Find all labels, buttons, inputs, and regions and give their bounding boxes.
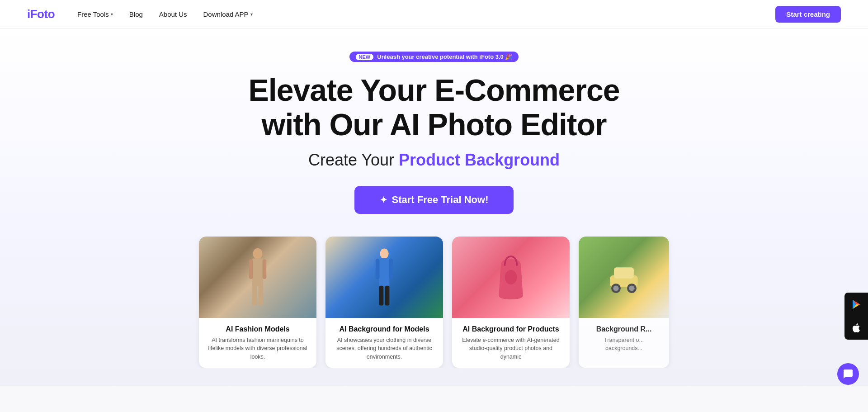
card-image-1 <box>199 237 316 318</box>
nav-item-download-app[interactable]: Download APP ▾ <box>203 10 253 18</box>
svg-rect-9 <box>376 259 380 280</box>
card-image-4 <box>579 237 669 318</box>
svg-point-1 <box>253 248 263 260</box>
google-play-icon <box>851 299 862 310</box>
card-ai-fashion-models[interactable]: AI Fashion Models AI transforms fashion … <box>199 237 316 368</box>
hero-badge: NEW Unleash your creative potential with… <box>349 52 519 62</box>
chevron-down-icon-2: ▾ <box>250 12 253 17</box>
model-figure <box>368 246 400 309</box>
card-title-1: AI Fashion Models <box>206 325 309 333</box>
card-body-4: Background R... Transparent o... backgro… <box>579 318 669 360</box>
card-title-4: Background R... <box>586 325 662 333</box>
svg-rect-11 <box>379 286 384 306</box>
card-desc-1: AI transforms fashion mannequins to life… <box>206 336 309 360</box>
card-body-2: AI Background for Models AI showcases yo… <box>326 318 443 368</box>
navbar: iFoto Free Tools ▾ Blog About Us Downloa… <box>0 0 868 29</box>
card-desc-3: Elevate e-commerce with AI-generated stu… <box>459 336 562 360</box>
nav-item-about-us[interactable]: About Us <box>159 10 187 18</box>
svg-rect-2 <box>252 259 264 286</box>
svg-rect-12 <box>385 286 390 306</box>
start-creating-button[interactable]: Start creating <box>775 6 841 23</box>
side-float-container <box>844 293 868 340</box>
hero-section: NEW Unleash your creative potential with… <box>0 29 868 386</box>
card-body-3: AI Background for Products Elevate e-com… <box>452 318 570 368</box>
nav-links: Free Tools ▾ Blog About Us Download APP … <box>77 10 775 18</box>
svg-point-13 <box>505 270 517 284</box>
card-desc-4: Transparent o... backgrounds... <box>586 336 662 352</box>
app-store-button[interactable] <box>844 316 868 340</box>
google-play-button[interactable] <box>844 293 868 316</box>
fashion-model-figure <box>242 246 274 309</box>
nav-item-blog[interactable]: Blog <box>129 10 143 18</box>
card-image-3 <box>452 237 570 318</box>
card-image-2 <box>326 237 443 318</box>
card-title-3: AI Background for Products <box>459 325 562 333</box>
product-bag-figure <box>493 248 529 307</box>
chat-bubble-button[interactable] <box>837 363 859 385</box>
chat-icon <box>843 369 854 379</box>
cards-container: AI Fashion Models AI transforms fashion … <box>9 237 859 368</box>
svg-rect-5 <box>252 285 257 305</box>
badge-text: Unleash your creative potential with iFo… <box>377 53 512 60</box>
svg-point-17 <box>613 286 618 291</box>
chevron-down-icon: ▾ <box>111 12 113 17</box>
sparkle-icon: ✦ <box>380 194 387 205</box>
hero-subtitle: Create Your Product Background <box>9 151 859 170</box>
car-figure <box>608 250 640 304</box>
svg-rect-15 <box>614 267 634 279</box>
svg-rect-6 <box>259 285 264 305</box>
card-background-removal[interactable]: Background R... Transparent o... backgro… <box>579 237 669 368</box>
svg-rect-4 <box>263 260 267 279</box>
start-free-trial-button[interactable]: ✦ Start Free Trial Now! <box>354 186 514 214</box>
svg-point-7 <box>380 249 388 259</box>
svg-point-19 <box>629 286 634 291</box>
svg-rect-3 <box>249 260 253 279</box>
card-ai-background-products[interactable]: AI Background for Products Elevate e-com… <box>452 237 570 368</box>
badge-new-label: NEW <box>356 54 374 60</box>
svg-rect-8 <box>379 258 390 287</box>
apple-icon <box>851 322 862 333</box>
svg-rect-10 <box>389 259 393 280</box>
nav-item-free-tools[interactable]: Free Tools ▾ <box>77 10 113 18</box>
hero-title: Elevate Your E-Commerce with Our AI Phot… <box>231 73 637 142</box>
card-title-2: AI Background for Models <box>333 325 436 333</box>
card-ai-background-models[interactable]: AI Background for Models AI showcases yo… <box>326 237 443 368</box>
card-body-1: AI Fashion Models AI transforms fashion … <box>199 318 316 368</box>
logo[interactable]: iFoto <box>27 7 55 21</box>
card-desc-2: AI showcases your clothing in diverse sc… <box>333 336 436 360</box>
